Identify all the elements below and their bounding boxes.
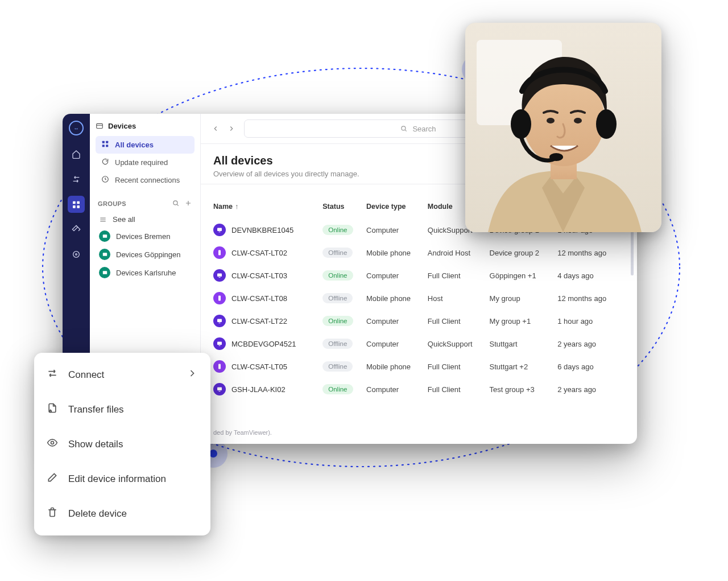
search-placeholder: Search: [412, 125, 436, 133]
group-item[interactable]: Devices Bremen: [96, 227, 195, 245]
group-cell: Stuttgart: [490, 332, 558, 355]
sidebar-item-label: All devices: [115, 141, 154, 149]
context-menu-show-details[interactable]: Show details: [34, 427, 210, 461]
device-type-icon: [213, 246, 226, 259]
svg-point-45: [547, 118, 555, 123]
svg-rect-10: [102, 145, 105, 147]
module-cell: QuickSupport: [428, 332, 490, 355]
table-row[interactable]: CLW-CSAT-LT02 Offline Mobile phone Andro…: [213, 241, 624, 264]
device-type-icon: [213, 360, 226, 373]
table-row[interactable]: GSH-JLAA-KI02 Online Computer Full Clien…: [213, 378, 624, 401]
svg-point-25: [220, 300, 220, 300]
svg-rect-26: [217, 319, 222, 323]
context-menu-delete-device[interactable]: Delete device: [34, 496, 210, 531]
module-cell: Full Client: [428, 310, 490, 332]
nav-tag-icon[interactable]: [68, 221, 85, 238]
svg-rect-32: [217, 388, 222, 391]
table-row[interactable]: CLW-CSAT-LT08 Offline Mobile phone Host …: [213, 287, 624, 310]
app-logo-icon: ↔: [69, 121, 84, 135]
device-type-cell: Mobile phone: [366, 287, 428, 310]
svg-rect-9: [106, 141, 108, 143]
svg-rect-15: [102, 253, 106, 256]
device-name: CLW-CSAT-LT02: [231, 249, 287, 257]
group-avatar-icon: [99, 230, 110, 242]
status-badge: Online: [322, 316, 353, 326]
sidebar-see-all[interactable]: See all: [96, 212, 195, 227]
table-row[interactable]: MCBDEVGOP4521 Offline Computer QuickSupp…: [213, 332, 624, 355]
svg-rect-14: [102, 234, 106, 238]
svg-rect-19: [219, 232, 221, 232]
groups-add-icon[interactable]: [184, 199, 192, 208]
device-type-cell: Mobile phone: [366, 355, 428, 378]
device-name: CLW-CSAT-LT03: [231, 271, 287, 280]
col-device-type[interactable]: Device type: [366, 203, 428, 219]
context-menu-edit-device-information[interactable]: Edit device information: [34, 461, 210, 496]
nav-swap-icon[interactable]: [68, 171, 85, 188]
svg-point-42: [511, 109, 531, 139]
sidebar-item-all-devices[interactable]: All devices: [96, 136, 195, 154]
groups-search-icon[interactable]: [172, 199, 180, 208]
svg-point-17: [402, 126, 406, 130]
footer-note: ded by TeamViewer).: [201, 423, 637, 444]
group-item[interactable]: Devices Göppingen: [96, 245, 195, 263]
refresh-icon: [101, 158, 109, 167]
svg-point-35: [51, 442, 54, 444]
context-menu-label: Edit device information: [68, 473, 166, 485]
last-seen-cell: 2 years ago: [557, 378, 624, 401]
device-type-cell: Computer: [366, 219, 428, 241]
svg-point-21: [220, 254, 220, 255]
group-label: Devices Karlsruhe: [116, 269, 176, 277]
device-type-icon: [213, 224, 226, 236]
context-menu-transfer-files[interactable]: Transfer files: [34, 392, 210, 427]
device-name: MCBDEVGOP4521: [231, 340, 296, 348]
device-name: CLW-CSAT-LT22: [231, 317, 287, 325]
nav-settings-icon[interactable]: [68, 246, 85, 263]
group-item[interactable]: Devices Karlsruhe: [96, 263, 195, 282]
device-type-cell: Computer: [366, 378, 428, 401]
table-row[interactable]: CLW-CSAT-LT05 Offline Mobile phone Full …: [213, 355, 624, 378]
col-name[interactable]: Name↑: [213, 203, 322, 219]
status-badge: Online: [322, 384, 353, 394]
group-cell: Stuttgart +2: [490, 355, 558, 378]
group-cell: Test group +3: [490, 378, 558, 401]
last-seen-cell: 12 months ago: [557, 287, 624, 310]
svg-rect-23: [219, 277, 221, 278]
svg-rect-29: [219, 345, 221, 346]
sidebar-title: Devices: [96, 122, 195, 130]
svg-point-5: [73, 252, 80, 258]
device-type-cell: Computer: [366, 264, 428, 287]
table-row[interactable]: CLW-CSAT-LT22 Online Computer Full Clien…: [213, 310, 624, 332]
svg-rect-22: [217, 274, 222, 277]
svg-point-43: [596, 109, 617, 139]
col-status[interactable]: Status: [322, 203, 366, 219]
table-row[interactable]: CLW-CSAT-LT03 Online Computer Full Clien…: [213, 264, 624, 287]
nav-back-button[interactable]: [209, 122, 222, 135]
context-menu-connect[interactable]: Connect: [34, 357, 210, 392]
status-badge: Offline: [322, 361, 353, 372]
svg-rect-2: [77, 201, 80, 204]
nav-home-icon[interactable]: [68, 146, 85, 163]
svg-rect-16: [102, 271, 106, 274]
groups-header: GROUPS: [98, 199, 192, 208]
trash-icon: [47, 506, 58, 521]
last-seen-cell: 12 months ago: [557, 241, 624, 264]
sidebar-item-recent-connections[interactable]: Recent connections: [96, 171, 195, 189]
svg-point-13: [173, 201, 177, 205]
module-cell: Full Client: [428, 264, 490, 287]
last-seen-cell: 1 hour ago: [557, 310, 624, 332]
clock-icon: [101, 175, 109, 185]
context-menu-label: Connect: [68, 369, 104, 381]
sort-asc-icon: ↑: [235, 203, 238, 211]
svg-point-46: [574, 118, 582, 123]
svg-point-44: [549, 153, 563, 161]
module-cell: Full Client: [428, 378, 490, 401]
context-menu-label: Delete device: [68, 508, 127, 520]
group-cell: My group +1: [490, 310, 558, 332]
svg-point-31: [220, 368, 220, 369]
nav-devices-icon[interactable]: [68, 196, 85, 213]
sidebar-item-update-required[interactable]: Update required: [96, 154, 195, 171]
device-name: DEVNBKBRE1045: [231, 226, 293, 234]
nav-forward-button[interactable]: [225, 122, 238, 135]
status-badge: Online: [322, 270, 353, 281]
group-cell: Göppingen +1: [490, 264, 558, 287]
